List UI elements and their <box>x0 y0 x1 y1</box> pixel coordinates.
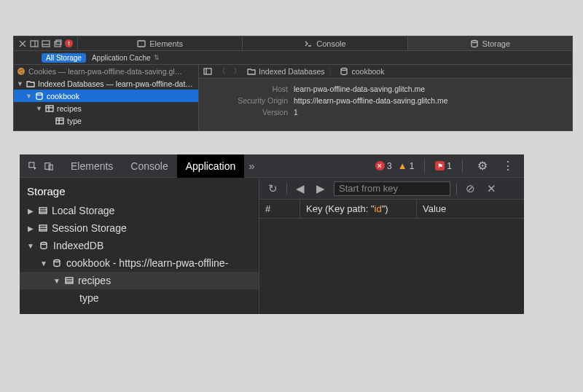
detail-val-host: learn-pwa-offline-data-saving.glitch.me <box>294 85 425 93</box>
svg-point-32 <box>54 260 60 262</box>
svg-point-9 <box>19 70 20 71</box>
filter-label: Application Cache <box>92 54 151 62</box>
sidebar-index-type[interactable]: type <box>20 289 259 307</box>
sidebar-store-recipes[interactable]: recipes <box>20 272 259 289</box>
table-icon <box>39 206 47 215</box>
tree-indexed-databases[interactable]: Indexed Databases — learn-pwa-offline-da… <box>14 77 198 90</box>
tree-label: Indexed Databases — learn-pwa-offline-da… <box>38 79 193 88</box>
svg-rect-28 <box>39 225 47 231</box>
sidebar-indexeddb[interactable]: IndexedDB <box>20 237 259 254</box>
svg-rect-16 <box>56 118 63 124</box>
svg-rect-22 <box>29 162 34 167</box>
tree-label: cookbook <box>47 92 79 101</box>
svg-point-11 <box>21 72 23 74</box>
sidebar-db-cookbook[interactable]: cookbook - https://learn-pwa-offline- <box>20 254 259 272</box>
filter-all-storage[interactable]: All Storage <box>42 53 86 63</box>
disclosure-open-icon[interactable] <box>27 242 34 250</box>
sidebar-heading-storage: Storage <box>20 182 259 202</box>
tree-database-cookbook[interactable]: cookbook <box>14 90 198 102</box>
database-icon <box>340 67 348 76</box>
col-key-prefix: Key (Key path: " <box>306 203 375 214</box>
chrome-idb-viewer: ↻ ◀ ▶ Start from key ⊘ ✕ # Key (Key path… <box>259 178 524 314</box>
popout-icon[interactable] <box>53 39 62 48</box>
breadcrumb-label: cookbook <box>351 67 384 76</box>
tree-store-recipes[interactable]: recipes <box>14 102 198 114</box>
device-toggle-icon[interactable] <box>44 162 53 170</box>
disclosure-open-icon[interactable] <box>26 93 32 100</box>
warnings-count: 1 <box>410 161 415 171</box>
breadcrumb: 〈 〉 Indexed Databases 〉 cookbook <box>199 65 572 79</box>
divider <box>286 183 287 195</box>
error-badge-icon[interactable]: ! <box>65 39 73 47</box>
col-index[interactable]: # <box>259 200 300 218</box>
disclosure-open-icon[interactable] <box>40 259 47 267</box>
error-dot-icon: ✕ <box>375 161 385 170</box>
dock-side-icon[interactable] <box>30 39 39 48</box>
table-icon <box>55 117 64 125</box>
disclosure-open-icon[interactable] <box>36 105 42 112</box>
database-icon <box>52 258 62 268</box>
svg-rect-6 <box>138 41 145 47</box>
safari-tab-storage[interactable]: Storage <box>407 36 572 50</box>
settings-gear-icon[interactable]: ⚙ <box>473 159 492 173</box>
more-menu-icon[interactable]: ⋮ <box>498 159 518 173</box>
console-icon <box>304 39 313 48</box>
safari-storage-tree: Cookies — learn-pwa-offline-data-saving.… <box>14 65 199 130</box>
breadcrumb-separator-icon: 〉 <box>329 67 335 77</box>
sidebar-local-storage[interactable]: Local Storage <box>20 202 259 219</box>
idb-table-body-empty <box>259 219 524 314</box>
disclosure-open-icon[interactable] <box>53 277 60 285</box>
issues-count: 1 <box>447 161 452 171</box>
clear-entry-icon[interactable]: ⊘ <box>463 182 478 195</box>
input-placeholder: Start from key <box>339 183 398 194</box>
breadcrumb-database[interactable]: cookbook <box>340 67 384 76</box>
svg-point-12 <box>36 93 42 95</box>
tree-cookies[interactable]: Cookies — learn-pwa-offline-data-saving.… <box>14 65 198 77</box>
page-next-icon[interactable]: ▶ <box>313 182 328 195</box>
chrome-application-sidebar: Storage Local Storage Session Storage In… <box>20 178 259 314</box>
errors-badge[interactable]: ✕ 3 <box>375 161 392 171</box>
storage-icon <box>470 39 479 48</box>
breadcrumb-group[interactable]: Indexed Databases <box>247 67 324 76</box>
divider <box>424 160 425 173</box>
warnings-badge[interactable]: ▲ 1 <box>398 161 415 171</box>
filter-application-cache[interactable]: Application Cache ⇅ <box>86 54 165 62</box>
chrome-tab-console[interactable]: Console <box>122 154 176 178</box>
more-tabs-icon[interactable]: » <box>244 160 259 172</box>
close-icon[interactable]: ✕ <box>484 182 499 195</box>
page-prev-icon[interactable]: ◀ <box>293 182 308 195</box>
dock-bottom-icon[interactable] <box>42 39 50 48</box>
safari-tab-console[interactable]: Console <box>242 36 407 50</box>
refresh-icon[interactable]: ↻ <box>265 182 281 195</box>
nav-forward-icon[interactable]: 〉 <box>232 66 243 77</box>
disclosure-closed-icon[interactable] <box>27 224 34 232</box>
detail-key-origin: Security Origin <box>206 96 294 105</box>
svg-point-10 <box>21 69 23 71</box>
svg-rect-23 <box>45 162 50 169</box>
nav-back-icon[interactable]: 〈 <box>216 66 227 77</box>
col-value[interactable]: Value <box>417 200 524 218</box>
inspect-element-icon[interactable] <box>28 162 37 170</box>
sidebar-session-storage[interactable]: Session Storage <box>20 219 259 237</box>
issues-badge[interactable]: ⚑ 1 <box>435 161 452 171</box>
issue-flag-icon: ⚑ <box>435 161 445 170</box>
status-badges: ✕ 3 ▲ 1 ⚑ 1 ⚙ ⋮ <box>375 159 524 173</box>
safari-tab-elements[interactable]: Elements <box>77 36 242 50</box>
warning-icon: ▲ <box>398 161 407 170</box>
disclosure-closed-icon[interactable] <box>27 207 34 215</box>
chrome-tab-application[interactable]: Application <box>177 154 245 178</box>
disclosure-open-icon[interactable] <box>17 80 23 87</box>
start-from-key-input[interactable]: Start from key <box>334 181 450 196</box>
table-icon <box>65 276 74 285</box>
col-key[interactable]: Key (Key path: "id") <box>300 200 417 218</box>
tab-label: Console <box>316 39 345 48</box>
sidebar-item-label: IndexedDB <box>53 240 103 251</box>
svg-rect-13 <box>46 106 53 111</box>
close-icon[interactable] <box>18 39 27 48</box>
folder-icon <box>247 67 256 76</box>
toggle-sidebar-icon[interactable] <box>203 67 212 76</box>
breadcrumb-label: Indexed Databases <box>259 67 324 76</box>
tree-index-type[interactable]: type <box>14 114 198 127</box>
chrome-tab-elements[interactable]: Elements <box>62 154 122 178</box>
svg-point-21 <box>341 68 347 71</box>
